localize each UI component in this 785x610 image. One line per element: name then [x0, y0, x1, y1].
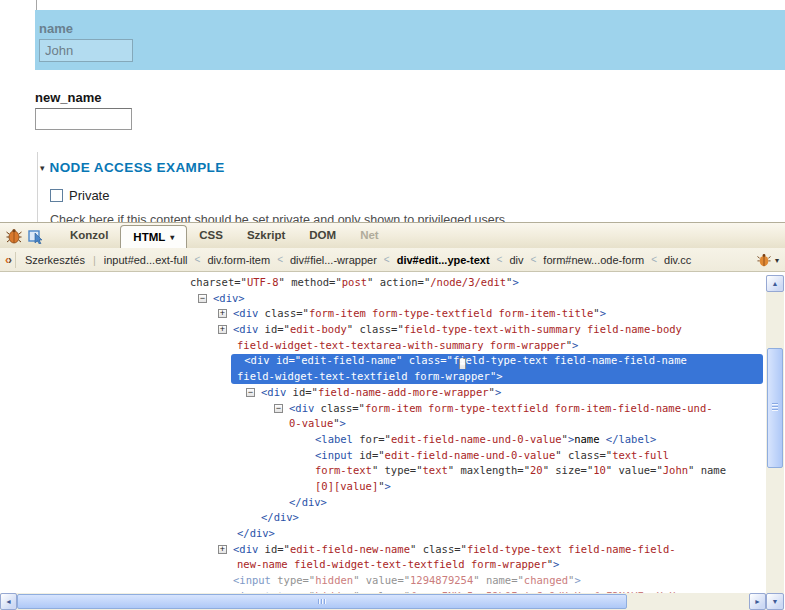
- code-tag: >: [495, 386, 501, 398]
- collapse-toggle-icon[interactable]: −: [274, 404, 283, 413]
- horizontal-scrollbar[interactable]: ◄ ►: [0, 593, 766, 610]
- code-tag: >: [572, 339, 578, 351]
- code-attr-name: type=": [277, 574, 315, 586]
- vertical-scrollbar[interactable]: ▲ ▼: [766, 275, 784, 610]
- fieldset-border: [37, 152, 38, 222]
- code-tag: >: [600, 307, 606, 319]
- breadcrumb-item[interactable]: form#new...ode-form: [543, 254, 644, 266]
- code-line[interactable]: [0][value]">: [0, 479, 766, 495]
- code-line[interactable]: </div>: [0, 526, 766, 542]
- code-line[interactable]: field-widget-text-textfield form-wrapper…: [0, 369, 766, 385]
- breadcrumb-separator-icon: <: [497, 254, 503, 265]
- horizontal-scroll-thumb[interactable]: [17, 594, 627, 609]
- code-line[interactable]: <input id="edit-field-name-und-0-value" …: [0, 448, 766, 464]
- inspect-element-icon[interactable]: [28, 228, 44, 244]
- code-attr-value: field-type-text field-name-field-name: [453, 354, 687, 366]
- edit-button[interactable]: Szerkesztés: [25, 254, 85, 266]
- code-line[interactable]: −<div class="form-item form-type-textfie…: [0, 401, 766, 417]
- code-line[interactable]: 0-value">: [0, 416, 766, 432]
- code-line[interactable]: −<div id="field-name-add-more-wrapper">: [0, 385, 766, 401]
- options-caret-icon[interactable]: ▾: [775, 256, 779, 265]
- code-attr-value: form-item form-type-textfield form-item-…: [365, 402, 713, 414]
- code-line[interactable]: +<div class="form-item form-type-textfie…: [0, 306, 766, 322]
- code-attr-value: new-name field-widget-text-textfield for…: [237, 558, 547, 570]
- code-tag: >: [574, 574, 580, 586]
- angle-brackets-icon[interactable]: ‹›: [5, 253, 11, 267]
- firebug-breadcrumb-bar: ‹› Szerkesztés | input#ed...ext-full<div…: [0, 248, 785, 272]
- fieldset-legend[interactable]: ▾ NODE ACCESS EXAMPLE: [40, 160, 225, 175]
- collapse-toggle-icon[interactable]: −: [246, 388, 255, 397]
- code-attr-value: 0-value: [289, 417, 333, 429]
- code-line[interactable]: <label for="edit-field-name-und-0-value"…: [0, 432, 766, 448]
- code-attr-value: 20: [530, 464, 543, 476]
- vertical-scroll-thumb[interactable]: [767, 348, 783, 468]
- code-attr-name: id=": [276, 354, 301, 366]
- tab-konzol[interactable]: Konzol: [58, 223, 120, 248]
- breadcrumb-item[interactable]: div.cc: [664, 254, 691, 266]
- code-attr-value: edit-field-new-name: [290, 543, 410, 555]
- code-attr-name: id=": [359, 449, 384, 461]
- code-tag: <div: [233, 543, 265, 555]
- code-attr-value: field-widget-text-textarea-with-summary …: [237, 339, 566, 351]
- firebug-logo-icon[interactable]: [6, 228, 22, 244]
- tab-szkript[interactable]: Szkript: [235, 223, 297, 248]
- breadcrumb-item[interactable]: div#fiel...-wrapper: [290, 254, 377, 266]
- code-line[interactable]: −<div id="edit-field-name" class="field-…: [0, 353, 766, 369]
- code-attr-value: form-item form-type-textfield form-item-…: [309, 307, 593, 319]
- code-line[interactable]: new-name field-widget-text-textfield for…: [0, 557, 766, 573]
- collapse-toggle-icon[interactable]: −: [198, 294, 207, 303]
- code-attr-name: " class=": [396, 354, 453, 366]
- breadcrumb-separator-icon: <: [384, 254, 390, 265]
- code-attr-name: " size=": [543, 464, 594, 476]
- code-attr-value: edit-body: [290, 323, 347, 335]
- scroll-left-button[interactable]: ◄: [0, 593, 17, 610]
- private-checkbox-label: Private: [69, 188, 109, 203]
- code-line[interactable]: −<div>: [0, 291, 766, 307]
- field-name-label: name: [39, 21, 73, 36]
- code-attr-value: form-text: [315, 464, 372, 476]
- code-line[interactable]: <input type="hidden" value="1294879254" …: [0, 573, 766, 589]
- firebug-tabs: KonzolHTML▾CSSSzkriptDOMNet: [58, 223, 391, 248]
- tab-html[interactable]: HTML▾: [120, 225, 187, 248]
- code-attr-name: " class=": [347, 323, 404, 335]
- private-checkbox[interactable]: [50, 189, 63, 202]
- code-tag: >: [496, 370, 502, 382]
- code-tag: </label>: [606, 433, 657, 445]
- breadcrumb-separator-icon: <: [195, 254, 201, 265]
- expand-toggle-icon[interactable]: +: [218, 325, 227, 334]
- new-name-input[interactable]: [35, 108, 132, 130]
- breadcrumb-separator-icon: <: [531, 254, 537, 265]
- tab-css[interactable]: CSS: [187, 223, 235, 248]
- code-attr-name: id=": [293, 386, 318, 398]
- breadcrumb-item[interactable]: div#edit...ype-text: [397, 254, 490, 266]
- code-tag: <div: [289, 402, 321, 414]
- code-line[interactable]: </div>: [0, 495, 766, 511]
- scroll-up-button[interactable]: ▲: [766, 275, 784, 292]
- html-tree: charset="UTF-8" method="post" action="/n…: [0, 272, 766, 593]
- breadcrumb-item[interactable]: input#ed...ext-full: [104, 254, 188, 266]
- expand-toggle-icon[interactable]: +: [218, 309, 227, 318]
- code-attr-value: edit-field-name-und-0-value: [385, 449, 556, 461]
- code-line[interactable]: form-text" type="text" maxlength="20" si…: [0, 463, 766, 479]
- code-line[interactable]: charset="UTF-8" method="post" action="/n…: [0, 275, 766, 291]
- breadcrumb-separator-icon: <: [651, 254, 657, 265]
- code-attr-value: text: [422, 464, 447, 476]
- breadcrumb-item[interactable]: div.form-item: [207, 254, 270, 266]
- code-line[interactable]: field-widget-text-textarea-with-summary …: [0, 338, 766, 354]
- code-line[interactable]: +<div id="edit-field-new-name" class="fi…: [0, 542, 766, 558]
- code-line[interactable]: +<div id="edit-body" class="field-type-t…: [0, 322, 766, 338]
- expand-toggle-icon[interactable]: +: [218, 545, 227, 554]
- firebug-panel: KonzolHTML▾CSSSzkriptDOMNet ‹› Szerkeszt…: [0, 222, 785, 610]
- code-attr-value: text-full: [612, 449, 669, 461]
- fieldset-title[interactable]: NODE ACCESS EXAMPLE: [50, 160, 225, 175]
- tab-dom[interactable]: DOM: [297, 223, 348, 248]
- scroll-right-button[interactable]: ►: [749, 593, 766, 610]
- field-name-input[interactable]: [39, 39, 133, 62]
- tab-net[interactable]: Net: [348, 223, 391, 248]
- breadcrumb-item[interactable]: div: [509, 254, 523, 266]
- scroll-down-button[interactable]: ▼: [766, 593, 784, 610]
- firebug-mini-icon[interactable]: [757, 253, 771, 267]
- code-attr-name: " action=": [367, 276, 430, 288]
- code-attr-value: post: [342, 276, 367, 288]
- code-line[interactable]: </div>: [0, 510, 766, 526]
